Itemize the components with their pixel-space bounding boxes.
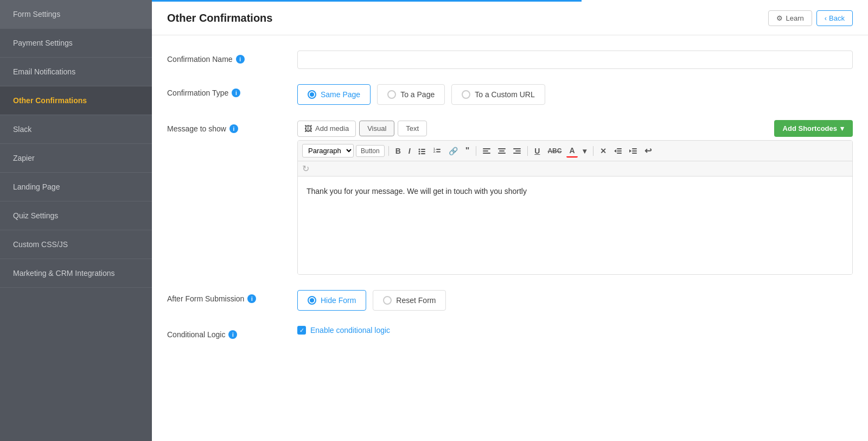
align-center-button[interactable]: [495, 146, 508, 156]
chevron-down-icon: ▾: [840, 124, 844, 133]
back-label: Back: [829, 14, 845, 22]
sidebar-item-marketing-crm[interactable]: Marketing & CRM Integrations: [0, 259, 152, 288]
sidebar-item-zapier[interactable]: Zapier: [0, 144, 152, 173]
svg-rect-1: [421, 149, 425, 150]
editor-toolbar: Paragraph Button B I 1.2. 🔗 ": [298, 141, 852, 161]
svg-rect-3: [421, 151, 425, 152]
confirmation-type-info-icon[interactable]: i: [232, 89, 240, 97]
paragraph-select[interactable]: Paragraph: [302, 144, 354, 158]
svg-point-0: [418, 148, 420, 150]
after-submission-info-icon[interactable]: i: [247, 294, 256, 303]
editor-body[interactable]: Thank you for your message. We will get …: [298, 177, 852, 274]
align-left-button[interactable]: [480, 146, 493, 156]
sidebar-item-form-settings[interactable]: Form Settings: [0, 0, 152, 29]
text-color-button[interactable]: A: [566, 144, 577, 158]
outdent-button[interactable]: [611, 146, 624, 156]
conditional-logic-checkbox-label: Enable conditional logic: [310, 326, 390, 335]
svg-point-4: [418, 153, 420, 154]
sidebar-item-other-confirmations[interactable]: Other Confirmations: [0, 86, 152, 115]
radio-same-page[interactable]: Same Page: [297, 84, 371, 105]
conditional-logic-label: Conditional Logic i: [167, 326, 297, 339]
confirmation-type-options: Same Page To a Page To a Custom URL: [297, 84, 545, 105]
sidebar-item-quiz-settings[interactable]: Quiz Settings: [0, 201, 152, 230]
italic-button[interactable]: I: [406, 145, 413, 157]
top-bar-actions: ⚙ Learn ‹ Back: [768, 10, 853, 26]
back-button[interactable]: ‹ Back: [816, 10, 853, 26]
svg-rect-12: [483, 153, 490, 154]
radio-hide-form[interactable]: Hide Form: [297, 290, 366, 311]
svg-marker-19: [614, 149, 616, 153]
unordered-list-button[interactable]: [416, 146, 429, 156]
page-title: Other Confirmations: [167, 12, 272, 24]
svg-rect-17: [515, 150, 521, 152]
text-tab[interactable]: Text: [398, 121, 427, 136]
add-shortcodes-button[interactable]: Add Shortcodes ▾: [774, 120, 853, 137]
sidebar-item-slack[interactable]: Slack: [0, 115, 152, 144]
svg-point-2: [418, 150, 420, 152]
bold-button[interactable]: B: [393, 145, 404, 157]
learn-icon: ⚙: [776, 14, 783, 22]
redo-button[interactable]: ↻: [302, 163, 309, 174]
visual-tab[interactable]: Visual: [359, 121, 394, 136]
sidebar-item-email-notifications[interactable]: Email Notifications: [0, 58, 152, 86]
confirmation-type-label: Confirmation Type i: [167, 84, 297, 97]
editor-top-bar: 🖼 Add media Visual Text Add Shortcodes ▾: [297, 120, 853, 137]
blockquote-button[interactable]: ": [463, 144, 473, 158]
add-media-button[interactable]: 🖼 Add media: [297, 121, 356, 137]
strikethrough-button[interactable]: ABC: [545, 146, 564, 156]
sidebar-item-payment-settings[interactable]: Payment Settings: [0, 29, 152, 58]
erase-format-button[interactable]: ✕: [597, 145, 609, 157]
svg-rect-22: [617, 153, 622, 154]
radio-dot-hide-form: [310, 298, 314, 303]
svg-rect-18: [513, 153, 521, 154]
svg-rect-26: [632, 153, 637, 154]
color-picker-button[interactable]: ▾: [580, 145, 589, 157]
sidebar-item-landing-page[interactable]: Landing Page: [0, 173, 152, 201]
learn-label: Learn: [786, 14, 804, 22]
indent-button[interactable]: [627, 146, 640, 156]
svg-rect-7: [436, 149, 441, 150]
confirmation-name-row: Confirmation Name i: [167, 51, 853, 69]
undo-button[interactable]: ↩: [642, 144, 654, 158]
svg-marker-23: [629, 149, 631, 153]
svg-rect-16: [513, 148, 521, 149]
add-media-icon: 🖼: [304, 124, 312, 133]
chevron-left-icon: ‹: [825, 14, 827, 22]
svg-rect-9: [436, 151, 441, 152]
underline-button[interactable]: U: [532, 145, 542, 157]
checkmark-icon: ✓: [299, 327, 304, 334]
editor-second-toolbar: ↻: [298, 161, 852, 177]
radio-custom-url[interactable]: To a Custom URL: [451, 84, 545, 105]
message-info-icon[interactable]: i: [229, 124, 238, 133]
main-content: Other Confirmations ⚙ Learn ‹ Back Confi…: [152, 0, 868, 441]
radio-to-a-page[interactable]: To a Page: [377, 84, 445, 105]
toolbar-sep-1: [388, 146, 389, 156]
editor-top-left: 🖼 Add media Visual Text: [297, 121, 427, 137]
button-toolbar-btn[interactable]: Button: [356, 145, 385, 157]
svg-rect-24: [632, 148, 637, 149]
confirmation-name-info-icon[interactable]: i: [236, 55, 245, 64]
learn-button[interactable]: ⚙ Learn: [768, 10, 812, 26]
link-button[interactable]: 🔗: [446, 145, 461, 157]
radio-reset-form[interactable]: Reset Form: [373, 290, 446, 311]
svg-rect-10: [483, 148, 490, 149]
sidebar-item-custom-css-js[interactable]: Custom CSS/JS: [0, 230, 152, 259]
after-form-submission-label: After Form Submission i: [167, 290, 297, 303]
top-bar: Other Confirmations ⚙ Learn ‹ Back: [152, 2, 868, 35]
confirmation-name-input[interactable]: [297, 51, 853, 69]
conditional-logic-row: Conditional Logic i ✓ Enable conditional…: [167, 326, 853, 339]
radio-dot-same-page: [310, 92, 314, 97]
svg-rect-14: [499, 150, 505, 152]
conditional-logic-info-icon[interactable]: i: [228, 330, 237, 339]
svg-rect-20: [617, 148, 622, 149]
enable-conditional-logic-checkbox[interactable]: ✓ Enable conditional logic: [297, 326, 390, 335]
message-to-show-label: Message to show i: [167, 120, 297, 133]
radio-circle-same-page: [308, 90, 316, 99]
ordered-list-button[interactable]: 1.2.: [431, 146, 444, 156]
checkbox-box: ✓: [297, 326, 306, 335]
after-submission-options: Hide Form Reset Form: [297, 290, 446, 311]
editor-wrapper: 🖼 Add media Visual Text Add Shortcodes ▾: [297, 120, 853, 275]
after-form-submission-row: After Form Submission i Hide Form Reset …: [167, 290, 853, 311]
toolbar-sep-2: [476, 146, 476, 156]
align-right-button[interactable]: [510, 146, 524, 156]
